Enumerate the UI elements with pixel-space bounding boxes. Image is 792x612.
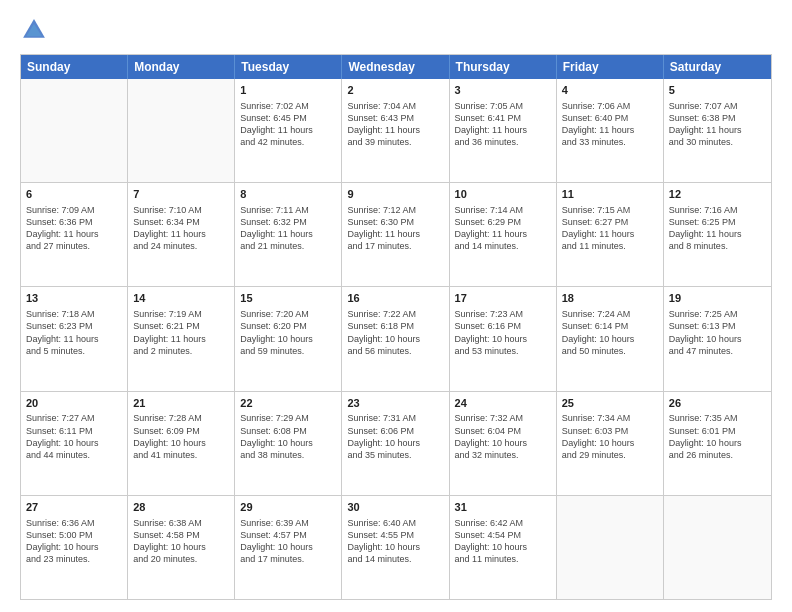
cell-line: Sunset: 6:09 PM bbox=[133, 425, 229, 437]
day-number: 12 bbox=[669, 187, 766, 202]
day-number: 1 bbox=[240, 83, 336, 98]
day-number: 25 bbox=[562, 396, 658, 411]
day-cell-6: 6Sunrise: 7:09 AMSunset: 6:36 PMDaylight… bbox=[21, 183, 128, 286]
day-cell-2: 2Sunrise: 7:04 AMSunset: 6:43 PMDaylight… bbox=[342, 79, 449, 182]
cell-line: Sunrise: 7:27 AM bbox=[26, 412, 122, 424]
cell-line: Sunrise: 7:32 AM bbox=[455, 412, 551, 424]
cell-line: Daylight: 11 hours bbox=[133, 333, 229, 345]
cell-line: Sunrise: 7:02 AM bbox=[240, 100, 336, 112]
cell-line: Sunset: 6:04 PM bbox=[455, 425, 551, 437]
day-cell-20: 20Sunrise: 7:27 AMSunset: 6:11 PMDayligh… bbox=[21, 392, 128, 495]
cell-line: Daylight: 10 hours bbox=[562, 333, 658, 345]
cell-line: Daylight: 11 hours bbox=[133, 228, 229, 240]
day-number: 24 bbox=[455, 396, 551, 411]
cell-line: Sunset: 6:41 PM bbox=[455, 112, 551, 124]
day-cell-30: 30Sunrise: 6:40 AMSunset: 4:55 PMDayligh… bbox=[342, 496, 449, 599]
cell-line: and 56 minutes. bbox=[347, 345, 443, 357]
day-number: 22 bbox=[240, 396, 336, 411]
weekday-header-tuesday: Tuesday bbox=[235, 55, 342, 79]
cell-line: Sunrise: 7:25 AM bbox=[669, 308, 766, 320]
cell-line: Daylight: 11 hours bbox=[562, 124, 658, 136]
cell-line: and 24 minutes. bbox=[133, 240, 229, 252]
cell-line: Daylight: 10 hours bbox=[240, 333, 336, 345]
cell-line: and 59 minutes. bbox=[240, 345, 336, 357]
day-number: 21 bbox=[133, 396, 229, 411]
day-cell-24: 24Sunrise: 7:32 AMSunset: 6:04 PMDayligh… bbox=[450, 392, 557, 495]
cell-line: Sunset: 6:43 PM bbox=[347, 112, 443, 124]
cell-line: Sunset: 6:18 PM bbox=[347, 320, 443, 332]
cell-line: Daylight: 11 hours bbox=[240, 228, 336, 240]
cell-line: Sunrise: 7:04 AM bbox=[347, 100, 443, 112]
cell-line: Sunrise: 6:39 AM bbox=[240, 517, 336, 529]
day-number: 2 bbox=[347, 83, 443, 98]
day-cell-21: 21Sunrise: 7:28 AMSunset: 6:09 PMDayligh… bbox=[128, 392, 235, 495]
cell-line: and 26 minutes. bbox=[669, 449, 766, 461]
cell-line: Sunset: 6:38 PM bbox=[669, 112, 766, 124]
cell-line: Sunset: 6:25 PM bbox=[669, 216, 766, 228]
cell-line: Sunrise: 7:35 AM bbox=[669, 412, 766, 424]
cell-line: Sunrise: 7:10 AM bbox=[133, 204, 229, 216]
cell-line: and 11 minutes. bbox=[562, 240, 658, 252]
day-number: 20 bbox=[26, 396, 122, 411]
cell-line: Sunset: 6:36 PM bbox=[26, 216, 122, 228]
day-cell-18: 18Sunrise: 7:24 AMSunset: 6:14 PMDayligh… bbox=[557, 287, 664, 390]
calendar-row-3: 20Sunrise: 7:27 AMSunset: 6:11 PMDayligh… bbox=[21, 391, 771, 495]
day-number: 17 bbox=[455, 291, 551, 306]
cell-line: and 47 minutes. bbox=[669, 345, 766, 357]
cell-line: and 17 minutes. bbox=[347, 240, 443, 252]
day-number: 18 bbox=[562, 291, 658, 306]
cell-line: Sunrise: 6:42 AM bbox=[455, 517, 551, 529]
cell-line: Daylight: 10 hours bbox=[133, 437, 229, 449]
day-number: 28 bbox=[133, 500, 229, 515]
cell-line: Sunrise: 7:18 AM bbox=[26, 308, 122, 320]
cell-line: Daylight: 10 hours bbox=[562, 437, 658, 449]
calendar-row-2: 13Sunrise: 7:18 AMSunset: 6:23 PMDayligh… bbox=[21, 286, 771, 390]
day-cell-22: 22Sunrise: 7:29 AMSunset: 6:08 PMDayligh… bbox=[235, 392, 342, 495]
cell-line: Sunrise: 7:23 AM bbox=[455, 308, 551, 320]
day-cell-19: 19Sunrise: 7:25 AMSunset: 6:13 PMDayligh… bbox=[664, 287, 771, 390]
cell-line: and 50 minutes. bbox=[562, 345, 658, 357]
cell-line: and 2 minutes. bbox=[133, 345, 229, 357]
cell-line: Sunrise: 7:29 AM bbox=[240, 412, 336, 424]
cell-line: Daylight: 11 hours bbox=[347, 124, 443, 136]
day-cell-27: 27Sunrise: 6:36 AMSunset: 5:00 PMDayligh… bbox=[21, 496, 128, 599]
cell-line: and 8 minutes. bbox=[669, 240, 766, 252]
cell-line: Sunset: 6:32 PM bbox=[240, 216, 336, 228]
weekday-header-friday: Friday bbox=[557, 55, 664, 79]
cell-line: and 21 minutes. bbox=[240, 240, 336, 252]
cell-line: Sunset: 4:58 PM bbox=[133, 529, 229, 541]
logo bbox=[20, 16, 52, 44]
day-number: 29 bbox=[240, 500, 336, 515]
cell-line: Daylight: 10 hours bbox=[455, 333, 551, 345]
calendar-row-0: 1Sunrise: 7:02 AMSunset: 6:45 PMDaylight… bbox=[21, 79, 771, 182]
cell-line: and 42 minutes. bbox=[240, 136, 336, 148]
page: SundayMondayTuesdayWednesdayThursdayFrid… bbox=[0, 0, 792, 612]
cell-line: and 44 minutes. bbox=[26, 449, 122, 461]
cell-line: Sunset: 6:01 PM bbox=[669, 425, 766, 437]
calendar-body: 1Sunrise: 7:02 AMSunset: 6:45 PMDaylight… bbox=[21, 79, 771, 599]
cell-line: Sunrise: 7:24 AM bbox=[562, 308, 658, 320]
cell-line: Daylight: 11 hours bbox=[669, 228, 766, 240]
day-number: 8 bbox=[240, 187, 336, 202]
day-cell-16: 16Sunrise: 7:22 AMSunset: 6:18 PMDayligh… bbox=[342, 287, 449, 390]
cell-line: Sunset: 6:29 PM bbox=[455, 216, 551, 228]
day-cell-10: 10Sunrise: 7:14 AMSunset: 6:29 PMDayligh… bbox=[450, 183, 557, 286]
day-cell-14: 14Sunrise: 7:19 AMSunset: 6:21 PMDayligh… bbox=[128, 287, 235, 390]
calendar-row-1: 6Sunrise: 7:09 AMSunset: 6:36 PMDaylight… bbox=[21, 182, 771, 286]
cell-line: Daylight: 11 hours bbox=[240, 124, 336, 136]
weekday-header-sunday: Sunday bbox=[21, 55, 128, 79]
day-number: 23 bbox=[347, 396, 443, 411]
day-cell-17: 17Sunrise: 7:23 AMSunset: 6:16 PMDayligh… bbox=[450, 287, 557, 390]
weekday-header-thursday: Thursday bbox=[450, 55, 557, 79]
cell-line: Sunset: 6:03 PM bbox=[562, 425, 658, 437]
cell-line: Sunset: 6:27 PM bbox=[562, 216, 658, 228]
day-number: 13 bbox=[26, 291, 122, 306]
cell-line: Sunset: 6:34 PM bbox=[133, 216, 229, 228]
header bbox=[20, 16, 772, 44]
cell-line: and 41 minutes. bbox=[133, 449, 229, 461]
cell-line: and 53 minutes. bbox=[455, 345, 551, 357]
day-number: 11 bbox=[562, 187, 658, 202]
calendar: SundayMondayTuesdayWednesdayThursdayFrid… bbox=[20, 54, 772, 600]
cell-line: Daylight: 10 hours bbox=[669, 437, 766, 449]
day-number: 14 bbox=[133, 291, 229, 306]
